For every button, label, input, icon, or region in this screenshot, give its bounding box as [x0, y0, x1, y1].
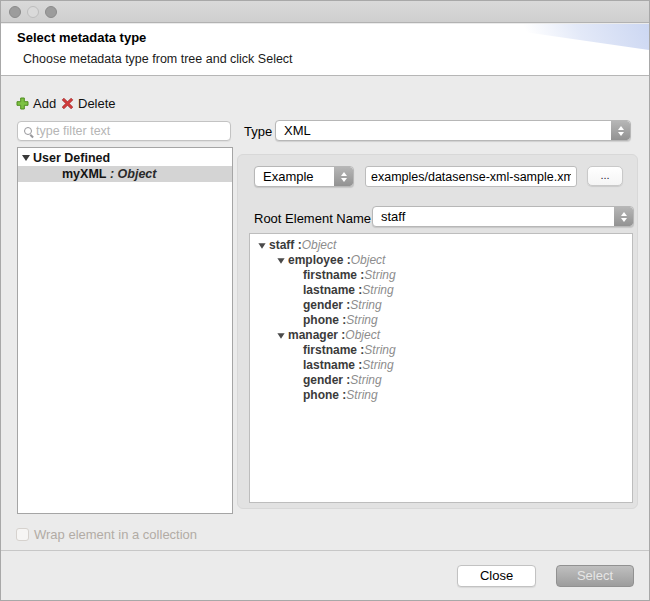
node-type: Object: [302, 238, 337, 253]
disclosure-triangle-icon[interactable]: [277, 333, 284, 338]
schema-node-phone[interactable]: phone : String: [250, 313, 632, 328]
root-element-label: Root Element Name: [254, 211, 371, 226]
node-type: String: [346, 388, 377, 403]
search-icon: [24, 127, 32, 135]
titlebar: [1, 1, 649, 23]
node-name: manager :: [288, 328, 345, 343]
tree-node-myxml-selected[interactable]: myXML : Object: [18, 166, 232, 182]
filter-field: [17, 121, 231, 141]
schema-node-lastname[interactable]: lastname : String: [250, 358, 632, 373]
node-separator: :: [106, 166, 117, 182]
node-type: String: [364, 268, 395, 283]
node-type: String: [362, 358, 393, 373]
schema-node-manager[interactable]: manager : Object: [250, 328, 632, 343]
node-name: phone :: [303, 313, 346, 328]
disclosure-triangle-icon[interactable]: [22, 155, 30, 161]
delete-x-icon: [61, 97, 74, 110]
select-button[interactable]: Select: [556, 565, 634, 587]
filter-input[interactable]: [36, 124, 226, 138]
close-button[interactable]: Close: [457, 565, 536, 587]
node-name: firstname :: [303, 268, 364, 283]
node-name: employee :: [288, 253, 351, 268]
schema-node-gender[interactable]: gender : String: [250, 298, 632, 313]
tree-node-user-defined[interactable]: User Defined: [18, 150, 232, 166]
dialog-header: Select metadata type Choose metadata typ…: [1, 24, 649, 76]
source-path-field: [365, 166, 577, 187]
node-name: staff :: [269, 238, 302, 253]
delete-button-label: Delete: [78, 96, 116, 111]
window-zoom-button[interactable]: [45, 6, 57, 18]
type-dropdown-value: XML: [276, 121, 611, 140]
type-dropdown[interactable]: XML: [275, 120, 631, 141]
node-name: lastname :: [303, 358, 362, 373]
header-gradient-decoration: [499, 24, 649, 50]
xml-config-panel: Example ... Root Element Name staff staf…: [237, 154, 638, 509]
type-label: Type: [244, 124, 272, 139]
node-type: Object: [118, 166, 157, 182]
node-type: String: [364, 343, 395, 358]
node-name: gender :: [303, 373, 350, 388]
dropdown-stepper-icon: [611, 121, 630, 140]
add-plus-icon: [16, 97, 29, 110]
schema-node-staff[interactable]: staff : Object: [250, 238, 632, 253]
source-type-dropdown[interactable]: Example: [254, 166, 354, 187]
disclosure-triangle-icon[interactable]: [277, 258, 284, 263]
page-title: Select metadata type: [17, 30, 146, 45]
window-minimize-button[interactable]: [27, 6, 39, 18]
node-type: Object: [345, 328, 380, 343]
node-name: lastname :: [303, 283, 362, 298]
schema-node-firstname[interactable]: firstname : String: [250, 268, 632, 283]
dropdown-stepper-icon: [614, 207, 633, 226]
wrap-collection-label: Wrap element in a collection: [34, 527, 197, 542]
schema-tree: staff : Objectemployee : Objectfirstname…: [249, 233, 633, 503]
node-name: phone :: [303, 388, 346, 403]
schema-node-employee[interactable]: employee : Object: [250, 253, 632, 268]
metadata-type-tree: User Defined myXML : Object: [17, 147, 233, 514]
node-name: gender :: [303, 298, 350, 313]
node-type: String: [362, 283, 393, 298]
footer-divider: [1, 550, 649, 551]
node-type: String: [350, 373, 381, 388]
node-type: Object: [351, 253, 386, 268]
node-type: String: [350, 298, 381, 313]
wrap-collection-checkbox[interactable]: [16, 528, 29, 541]
schema-node-lastname[interactable]: lastname : String: [250, 283, 632, 298]
schema-node-gender[interactable]: gender : String: [250, 373, 632, 388]
node-label: User Defined: [33, 150, 110, 166]
disclosure-triangle-icon[interactable]: [258, 243, 265, 248]
root-element-dropdown[interactable]: staff: [372, 206, 634, 227]
add-button-label: Add: [33, 96, 56, 111]
schema-node-firstname[interactable]: firstname : String: [250, 343, 632, 358]
wrap-collection-row: Wrap element in a collection: [16, 527, 197, 542]
schema-node-phone[interactable]: phone : String: [250, 388, 632, 403]
select-metadata-type-dialog: Select metadata type Choose metadata typ…: [0, 0, 650, 601]
node-type: String: [346, 313, 377, 328]
dropdown-stepper-icon: [334, 167, 353, 186]
node-name: myXML: [62, 166, 106, 182]
page-subtitle: Choose metadata type from tree and click…: [23, 52, 293, 66]
source-type-value: Example: [255, 167, 334, 186]
browse-button[interactable]: ...: [587, 166, 623, 186]
root-element-value: staff: [373, 207, 614, 226]
window-close-button[interactable]: [9, 6, 21, 18]
source-path-input[interactable]: [366, 168, 576, 187]
add-button[interactable]: Add: [16, 95, 56, 111]
delete-button[interactable]: Delete: [61, 95, 116, 111]
node-name: firstname :: [303, 343, 364, 358]
